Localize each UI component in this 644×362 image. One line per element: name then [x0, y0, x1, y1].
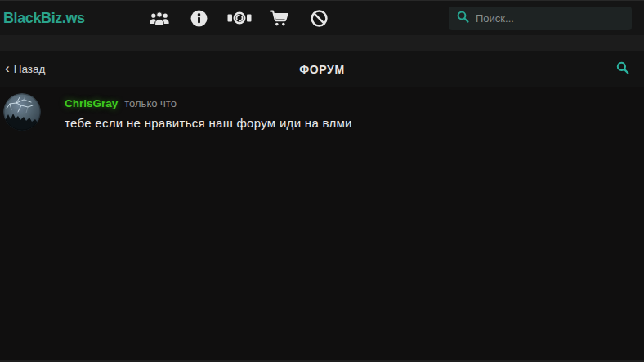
- blacklist-nav-button[interactable]: [304, 6, 335, 30]
- site-logo[interactable]: BlackBiz.ws: [3, 10, 85, 27]
- page-title: ФОРУМ: [0, 63, 644, 76]
- chevron-left-icon: ‹: [5, 64, 10, 74]
- post-author[interactable]: ChrisGray: [65, 97, 118, 109]
- header-search[interactable]: [449, 7, 632, 30]
- search-icon: [457, 11, 469, 26]
- handshake-icon: [227, 10, 252, 26]
- deals-nav-button[interactable]: [224, 6, 255, 30]
- ban-icon: [311, 10, 328, 27]
- thread-content: ChrisGray только что тебе если не нравит…: [0, 87, 644, 362]
- cart-icon: [270, 10, 288, 26]
- post-meta: ChrisGray только что: [65, 97, 352, 109]
- market-nav-button[interactable]: [264, 6, 295, 30]
- info-nav-button[interactable]: [184, 6, 215, 30]
- post-timestamp: только что: [124, 97, 177, 109]
- page: BlackBiz.ws: [0, 0, 644, 362]
- header-icon-nav: [144, 6, 335, 30]
- forum-post: ChrisGray только что тебе если не нравит…: [3, 93, 637, 131]
- users-icon: [150, 11, 169, 26]
- page-navbar: ‹ Назад ФОРУМ: [0, 51, 644, 87]
- back-label: Назад: [14, 63, 46, 75]
- avatar[interactable]: [3, 93, 41, 131]
- members-nav-button[interactable]: [144, 6, 175, 30]
- post-message: тебе если не нравиться наш форум иди на …: [65, 116, 352, 130]
- post-body: ChrisGray только что тебе если не нравит…: [65, 93, 352, 131]
- search-icon: [616, 61, 629, 77]
- back-button[interactable]: ‹ Назад: [5, 63, 45, 75]
- top-header: BlackBiz.ws: [0, 0, 644, 35]
- navbar-search-button[interactable]: [616, 61, 629, 77]
- search-input[interactable]: [476, 12, 624, 25]
- header-gap: [0, 35, 644, 51]
- info-icon: [190, 10, 208, 27]
